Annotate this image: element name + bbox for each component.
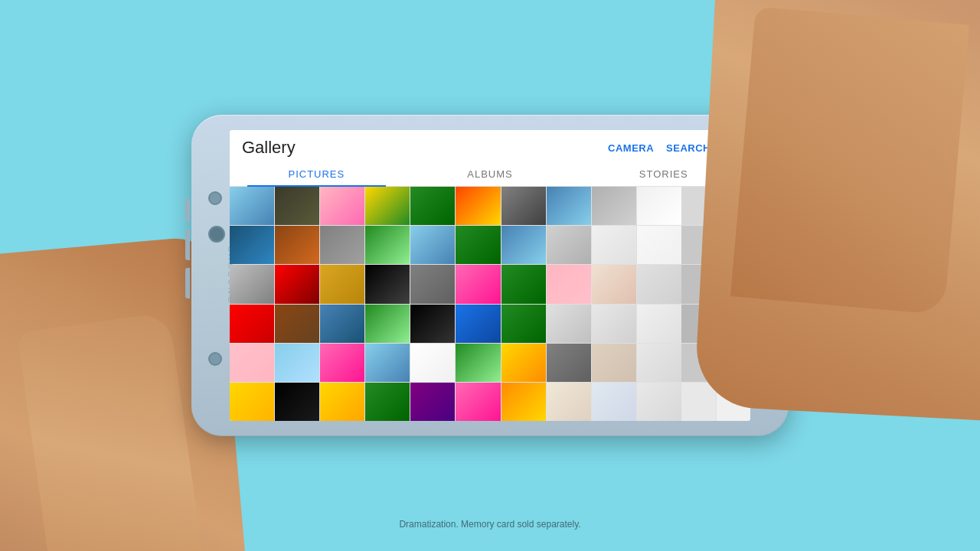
photo-cell[interactable] <box>547 265 591 303</box>
photo-cell[interactable] <box>410 226 455 264</box>
photo-cell[interactable] <box>637 344 681 382</box>
camera-sensor-3 <box>208 352 222 366</box>
photo-cell[interactable] <box>456 226 500 264</box>
photo-cell[interactable] <box>230 344 274 382</box>
phone-body: SAMSUNG Gallery CAMERA SEARCH ⋮ PICTURES… <box>191 115 789 436</box>
photo-cell[interactable] <box>275 383 319 421</box>
photo-cell[interactable] <box>456 265 500 303</box>
photo-cell[interactable] <box>275 265 319 303</box>
photo-cell[interactable] <box>410 265 455 303</box>
photo-cell[interactable] <box>501 187 546 225</box>
photo-cell[interactable] <box>456 187 500 225</box>
photo-cell[interactable] <box>547 344 591 382</box>
photo-cell-side[interactable] <box>681 383 716 421</box>
phone-button-2 <box>185 230 190 260</box>
photo-cell[interactable] <box>320 344 364 382</box>
photo-cell[interactable] <box>592 265 636 303</box>
photo-cell[interactable] <box>637 383 681 421</box>
photo-cell[interactable] <box>365 344 410 382</box>
phone-screen: Gallery CAMERA SEARCH ⋮ PICTURES ALBUMS … <box>230 130 750 421</box>
photo-cell[interactable] <box>230 265 274 303</box>
disclaimer-text: Dramatization. Memory card sold separate… <box>399 519 580 530</box>
photo-cell[interactable] <box>456 344 500 382</box>
photo-cell[interactable] <box>547 305 591 343</box>
app-bar: Gallery CAMERA SEARCH ⋮ <box>230 130 750 162</box>
photo-cell[interactable] <box>501 305 546 343</box>
photo-cell[interactable] <box>637 187 681 225</box>
search-button[interactable]: SEARCH <box>666 142 710 154</box>
photo-cell[interactable] <box>456 383 500 421</box>
camera-sensor-1 <box>208 191 222 205</box>
photo-cell[interactable] <box>592 187 636 225</box>
photo-cell[interactable] <box>410 383 455 421</box>
photo-cell[interactable] <box>637 226 681 264</box>
tab-bar: PICTURES ALBUMS STORIES <box>230 162 750 187</box>
photo-cell[interactable] <box>637 305 681 343</box>
photo-cell[interactable] <box>230 187 274 225</box>
phone-button-1 <box>185 199 190 222</box>
photo-grid <box>230 187 750 421</box>
photo-cell[interactable] <box>592 383 636 421</box>
photo-cell[interactable] <box>592 305 636 343</box>
photo-cell[interactable] <box>365 226 410 264</box>
photo-cell[interactable] <box>547 187 591 225</box>
photo-cell[interactable] <box>365 383 410 421</box>
photo-cell[interactable] <box>275 226 319 264</box>
photo-cell[interactable] <box>637 265 681 303</box>
photo-cell[interactable] <box>547 383 591 421</box>
photo-cell[interactable] <box>230 305 274 343</box>
tab-pictures[interactable]: PICTURES <box>230 162 403 186</box>
photo-cell[interactable] <box>320 265 364 303</box>
photo-cell[interactable] <box>275 344 319 382</box>
photo-cell[interactable] <box>410 187 455 225</box>
photo-cell[interactable] <box>456 305 500 343</box>
photo-cell[interactable] <box>410 344 455 382</box>
photo-cell[interactable] <box>230 226 274 264</box>
main-photo-grid <box>230 187 681 421</box>
camera-sensor-2 <box>208 226 225 243</box>
photo-cell[interactable] <box>501 344 546 382</box>
photo-cell[interactable] <box>230 383 274 421</box>
camera-button[interactable]: CAMERA <box>608 142 654 154</box>
photo-cell[interactable] <box>501 265 546 303</box>
photo-cell[interactable] <box>547 226 591 264</box>
photo-cell[interactable] <box>320 305 364 343</box>
photo-cell[interactable] <box>275 305 319 343</box>
photo-cell[interactable] <box>410 305 455 343</box>
photo-cell[interactable] <box>501 226 546 264</box>
photo-cell[interactable] <box>365 265 410 303</box>
phone-button-3 <box>185 268 190 298</box>
photo-cell[interactable] <box>275 187 319 225</box>
app-title: Gallery <box>242 138 296 158</box>
photo-cell[interactable] <box>501 383 546 421</box>
photo-cell[interactable] <box>365 187 410 225</box>
photo-cell[interactable] <box>365 305 410 343</box>
photo-cell[interactable] <box>320 226 364 264</box>
photo-cell[interactable] <box>320 187 364 225</box>
tab-albums[interactable]: ALBUMS <box>403 162 577 186</box>
photo-cell[interactable] <box>592 344 636 382</box>
photo-cell[interactable] <box>592 226 636 264</box>
photo-cell[interactable] <box>320 383 364 421</box>
